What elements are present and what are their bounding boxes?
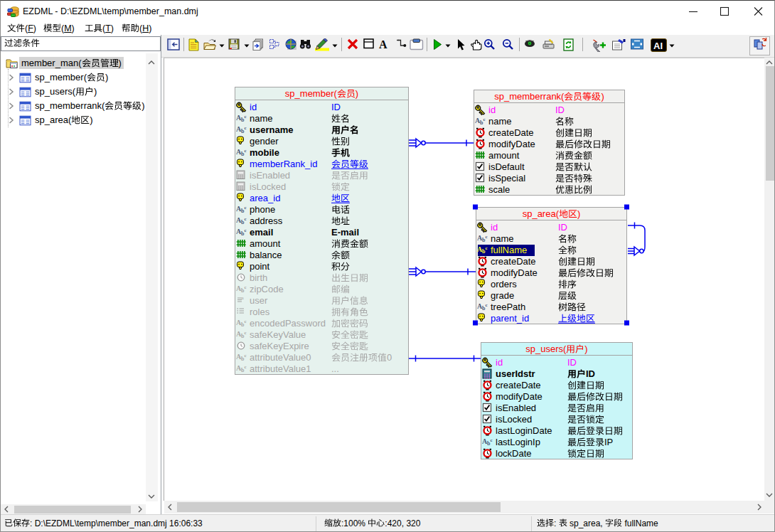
svg-text:AI: AI bbox=[653, 41, 663, 51]
svg-text:c: c bbox=[486, 245, 488, 251]
